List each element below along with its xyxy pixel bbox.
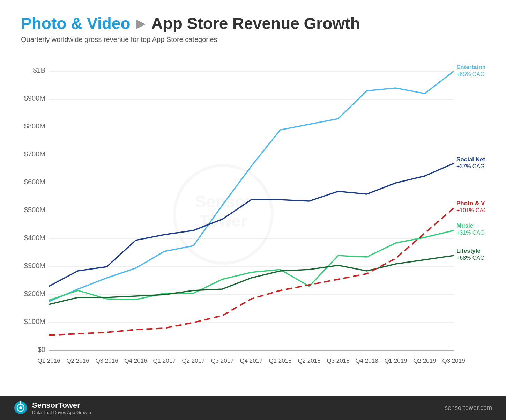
svg-text:$500M: $500M <box>24 206 45 214</box>
svg-text:$1B: $1B <box>33 66 45 74</box>
footer-brand-name: SensorTower <box>32 401 91 410</box>
title-row: Photo & Video ▶ App Store Revenue Growth <box>21 14 485 33</box>
footer-left: SensorTower Data That Drives App Growth <box>14 401 91 415</box>
svg-text:Q1 2018: Q1 2018 <box>269 358 291 364</box>
svg-text:Q3 2017: Q3 2017 <box>211 358 233 364</box>
svg-text:$0: $0 <box>38 346 45 353</box>
footer: SensorTower Data That Drives App Growth … <box>0 396 506 420</box>
svg-text:Music: Music <box>456 222 473 229</box>
svg-text:Q4 2017: Q4 2017 <box>240 358 262 364</box>
photo-video-line <box>49 208 454 335</box>
social-networking-line <box>49 163 454 286</box>
sensortower-logo-icon <box>14 401 27 414</box>
chart-area: Sensor Tower $0 $1 <box>21 54 485 389</box>
svg-text:+68% CAGR: +68% CAGR <box>456 255 485 261</box>
svg-text:$300M: $300M <box>24 262 45 270</box>
footer-brand: SensorTower Data That Drives App Growth <box>32 401 91 415</box>
main-container: Photo & Video ▶ App Store Revenue Growth… <box>0 0 506 420</box>
svg-text:Photo & Video: Photo & Video <box>456 200 485 207</box>
svg-text:Q2 2017: Q2 2017 <box>182 358 204 364</box>
svg-text:Social Networking: Social Networking <box>456 156 485 163</box>
footer-url: sensortower.com <box>445 404 492 412</box>
svg-text:Q3 2016: Q3 2016 <box>95 358 118 364</box>
chart-subtitle: Quarterly worldwide gross revenue for to… <box>21 36 485 44</box>
svg-text:Lifestyle: Lifestyle <box>456 248 481 254</box>
svg-text:Q3 2018: Q3 2018 <box>327 358 349 364</box>
svg-text:+101% CAGR: +101% CAGR <box>456 207 485 213</box>
title-main: App Store Revenue Growth <box>151 14 360 33</box>
title-arrow: ▶ <box>136 16 146 31</box>
svg-text:Q2 2019: Q2 2019 <box>413 358 436 364</box>
svg-text:+65% CAGR: +65% CAGR <box>456 71 485 77</box>
svg-text:$900M: $900M <box>24 94 45 102</box>
svg-text:Q1 2017: Q1 2017 <box>153 358 176 364</box>
svg-text:Q3 2019: Q3 2019 <box>442 358 465 364</box>
svg-text:Q1 2019: Q1 2019 <box>384 358 407 364</box>
entertainment-line <box>49 71 454 302</box>
svg-text:Q2 2016: Q2 2016 <box>66 358 89 364</box>
svg-text:Q2 2018: Q2 2018 <box>298 358 320 364</box>
svg-text:$700M: $700M <box>24 150 45 158</box>
svg-text:$800M: $800M <box>24 122 45 130</box>
svg-text:$100M: $100M <box>24 318 45 325</box>
svg-text:Sensor: Sensor <box>195 192 252 211</box>
svg-text:Q4 2018: Q4 2018 <box>355 358 378 364</box>
svg-text:Entertainment: Entertainment <box>456 64 485 71</box>
svg-text:+31% CAGR: +31% CAGR <box>456 230 485 236</box>
title-highlight: Photo & Video <box>21 14 131 33</box>
svg-text:Q1 2016: Q1 2016 <box>37 358 60 364</box>
svg-text:Q4 2016: Q4 2016 <box>124 358 147 364</box>
svg-text:$200M: $200M <box>24 290 45 297</box>
svg-text:+37% CAGR: +37% CAGR <box>456 163 485 169</box>
music-line <box>49 230 454 300</box>
lifestyle-line <box>49 256 454 304</box>
content-area: Photo & Video ▶ App Store Revenue Growth… <box>0 0 506 396</box>
svg-text:$400M: $400M <box>24 234 45 242</box>
footer-tagline: Data That Drives App Growth <box>32 410 91 415</box>
svg-point-53 <box>19 406 22 409</box>
chart-svg: Sensor Tower $0 $1 <box>21 54 485 389</box>
svg-text:$600M: $600M <box>24 178 45 186</box>
